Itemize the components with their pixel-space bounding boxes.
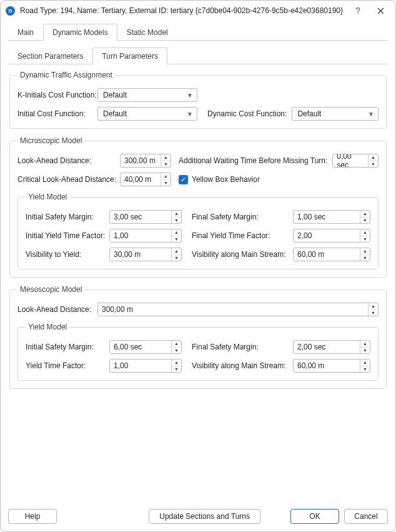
combo-dcf-value: Default — [297, 109, 321, 118]
check-yellow-box[interactable]: ✓ Yellow Box Behavior — [179, 175, 260, 184]
ok-button[interactable]: OK — [290, 509, 339, 524]
spinner-arrows[interactable]: ▲▼ — [360, 359, 370, 372]
titlebar: n Road Type: 194, Name: Tertiary, Extern… — [1, 1, 395, 21]
spinner-arrows[interactable]: ▲▼ — [161, 173, 171, 186]
spinner-meso-ytf-value: 1,00 — [110, 359, 171, 372]
legend-micro-yield: Yield Model — [26, 193, 69, 201]
group-micro-yield: Yield Model Initial Safety Margin: 3,00 … — [17, 193, 379, 269]
combo-icf-value: Default — [103, 109, 127, 118]
spinner-micro-ism[interactable]: 3,00 sec ▲▼ — [109, 210, 182, 224]
chevron-down-icon: ▼ — [368, 111, 374, 118]
spinner-micro-look-value: 300,00 m — [121, 154, 161, 167]
spinner-arrows[interactable]: ▲▼ — [368, 154, 378, 167]
label-meso-look: Look-Ahead Distance: — [17, 305, 92, 314]
spinner-arrows[interactable]: ▲▼ — [360, 248, 370, 261]
spinner-arrows[interactable]: ▲▼ — [171, 229, 181, 242]
spinner-micro-iytf[interactable]: 1,00 ▲▼ — [109, 229, 182, 243]
label-micro-ism: Initial Safety Margin: — [26, 213, 104, 221]
spinner-micro-vty-value: 30,00 m — [110, 248, 171, 261]
window-title: Road Type: 194, Name: Tertiary, External… — [20, 6, 344, 15]
spinner-micro-fsm-value: 1,00 sec — [294, 211, 360, 223]
label-micro-iytf: Initial Yield Time Factor: — [26, 231, 104, 240]
checkbox-icon: ✓ — [179, 175, 188, 184]
tab-main[interactable]: Main — [8, 24, 43, 41]
close-icon[interactable] — [372, 4, 389, 17]
label-meso-fsm: Final Safety Margin: — [192, 343, 288, 351]
label-meso-ytf: Yield Time Factor: — [26, 361, 104, 370]
legend-mesoscopic: Mesoscopic Model — [17, 285, 84, 294]
spinner-meso-ism[interactable]: 6,00 sec ▲▼ — [109, 340, 182, 354]
legend-dta: Dynamic Traffic Assignment — [17, 71, 115, 79]
spinner-micro-look[interactable]: 300,00 m ▲▼ — [120, 154, 171, 168]
label-icf: Initial Cost Function: — [17, 109, 92, 118]
group-mesoscopic: Mesoscopic Model Look-Ahead Distance: 30… — [9, 285, 387, 389]
spinner-meso-look-value: 300,00 m — [98, 303, 368, 316]
tab-turn-parameters[interactable]: Turn Parameters — [92, 48, 167, 64]
spinner-arrows[interactable]: ▲▼ — [161, 154, 171, 167]
help-icon[interactable]: ? — [349, 4, 367, 17]
label-kcost: K-Initials Cost Function: — [17, 91, 92, 99]
spinner-arrows[interactable]: ▲▼ — [360, 211, 370, 223]
spinner-micro-vams[interactable]: 60,00 m ▲▼ — [293, 248, 370, 261]
tab-section-parameters[interactable]: Section Parameters — [8, 48, 92, 64]
group-meso-yield: Yield Model Initial Safety Margin: 6,00 … — [17, 323, 379, 381]
chevron-down-icon: ▼ — [187, 92, 193, 99]
main-tabs: Main Dynamic Models Static Model — [8, 23, 388, 41]
spinner-arrows[interactable]: ▲▼ — [171, 359, 181, 372]
app-icon: n — [6, 6, 15, 16]
spinner-micro-fytf[interactable]: 2,00 ▲▼ — [293, 229, 370, 243]
label-micro-look: Look-Ahead Distance: — [17, 156, 115, 165]
chevron-down-icon: ▼ — [187, 111, 193, 118]
spinner-arrows[interactable]: ▲▼ — [171, 341, 181, 353]
update-button[interactable]: Update Sections and Turns — [149, 509, 260, 524]
spinner-arrows[interactable]: ▲▼ — [360, 341, 370, 353]
spinner-meso-fsm[interactable]: 2,00 sec ▲▼ — [293, 340, 370, 354]
spinner-micro-crit[interactable]: 40,00 m ▲▼ — [120, 173, 171, 186]
spinner-micro-vams-value: 60,00 m — [294, 248, 360, 261]
label-micro-wait: Additional Waiting Time Before Missing T… — [179, 156, 327, 165]
help-button[interactable]: Help — [8, 509, 57, 524]
spinner-arrows[interactable]: ▲▼ — [360, 229, 370, 242]
tab-static-model[interactable]: Static Model — [117, 24, 177, 41]
sub-tabs: Section Parameters Turn Parameters — [8, 47, 388, 64]
legend-meso-yield: Yield Model — [26, 323, 69, 331]
spinner-arrows[interactable]: ▲▼ — [171, 248, 181, 261]
spinner-meso-fsm-value: 2,00 sec — [294, 341, 360, 353]
spinner-micro-ism-value: 3,00 sec — [110, 211, 171, 223]
spinner-meso-look[interactable]: 300,00 m ▲▼ — [97, 303, 379, 316]
spinner-micro-wait[interactable]: 0,00 sec ▲▼ — [332, 154, 379, 168]
label-micro-vams: Visibility along Main Stream: — [192, 250, 288, 259]
spinner-meso-ism-value: 6,00 sec — [110, 341, 171, 353]
spinner-meso-ytf[interactable]: 1,00 ▲▼ — [109, 359, 182, 373]
label-micro-fsm: Final Safety Margin: — [192, 213, 288, 221]
cancel-button[interactable]: Cancel — [344, 509, 388, 524]
combo-kcost[interactable]: Default ▼ — [97, 88, 197, 102]
spinner-micro-wait-value: 0,00 sec — [333, 154, 368, 167]
combo-dcf[interactable]: Default ▼ — [292, 107, 379, 121]
form-panel: Dynamic Traffic Assignment K-Initials Co… — [8, 64, 388, 503]
spinner-meso-vams[interactable]: 60,00 m ▲▼ — [293, 359, 370, 373]
spinner-micro-iytf-value: 1,00 — [110, 229, 171, 242]
label-micro-crit: Critical Look-Ahead Distance: — [17, 175, 115, 184]
label-meso-vams: Visibility along Main Stream: — [192, 361, 288, 370]
spinner-micro-vty[interactable]: 30,00 m ▲▼ — [109, 248, 182, 261]
spinner-meso-vams-value: 60,00 m — [294, 359, 360, 372]
legend-microscopic: Microscopic Model — [17, 136, 84, 145]
combo-kcost-value: Default — [103, 91, 127, 99]
label-yellow-box: Yellow Box Behavior — [192, 175, 260, 184]
spinner-arrows[interactable]: ▲▼ — [171, 211, 181, 223]
label-micro-fytf: Final Yield Time Factor: — [192, 231, 288, 240]
spinner-micro-crit-value: 40,00 m — [121, 173, 161, 186]
tab-dynamic-models[interactable]: Dynamic Models — [43, 24, 117, 41]
group-dta: Dynamic Traffic Assignment K-Initials Co… — [9, 71, 387, 129]
group-microscopic: Microscopic Model Look-Ahead Distance: 3… — [9, 136, 387, 278]
label-meso-ism: Initial Safety Margin: — [26, 343, 104, 351]
label-micro-vty: Visibility to Yield: — [26, 250, 104, 259]
combo-icf[interactable]: Default ▼ — [97, 107, 197, 121]
label-dcf: Dynamic Cost Function: — [207, 109, 287, 118]
spinner-micro-fytf-value: 2,00 — [294, 229, 360, 242]
spinner-micro-fsm[interactable]: 1,00 sec ▲▼ — [293, 210, 370, 224]
spinner-arrows[interactable]: ▲▼ — [368, 303, 378, 316]
content-area: Main Dynamic Models Static Model Section… — [1, 21, 395, 503]
button-bar: Help Update Sections and Turns OK Cancel — [1, 503, 395, 531]
